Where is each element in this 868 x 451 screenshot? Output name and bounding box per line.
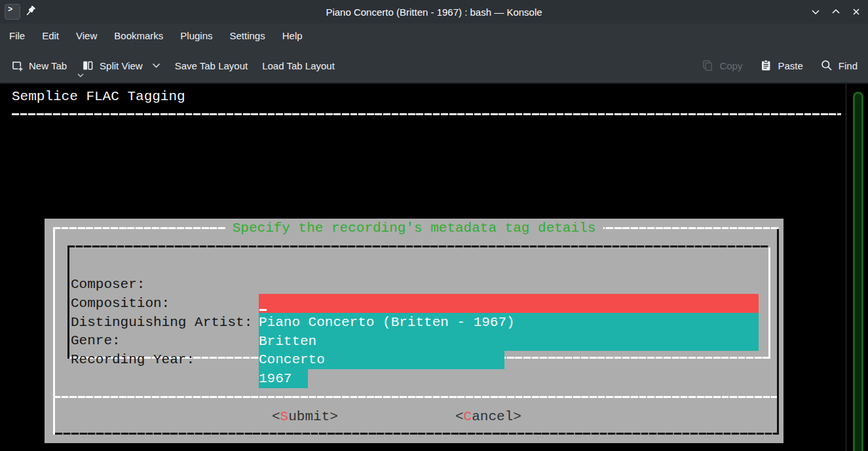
pin-icon[interactable] [25,5,37,18]
window-title: Piano Concerto (Britten - 1967) : bash —… [0,7,868,18]
toolbar: New Tab Split View Save Tab Layout Load … [0,48,868,84]
form-box-border-top [67,245,768,247]
terminal-view[interactable]: Semplice FLAC Tagging Specify the record… [0,84,868,451]
form-row-genre: Genre: Concerto [45,312,111,331]
load-tab-layout-label: Load Tab Layout [262,60,335,71]
paste-icon [759,59,772,72]
konsole-window: > Piano Concerto (Britten - 1967) : bash… [0,0,868,451]
cancel-button[interactable]: <Cancel> [455,407,521,426]
split-view-icon [81,59,94,72]
chevron-down-icon [152,63,160,69]
recording-year-field[interactable]: 1967 [259,369,308,388]
submit-hotkey: S [280,409,289,424]
split-view-button[interactable]: Split View [81,59,160,72]
submit-button[interactable]: <Submit> [272,407,338,426]
konsole-app-icon[interactable]: > [5,4,20,20]
metadata-form-dialog: Specify the recording's metadata tag det… [45,219,783,443]
search-icon [820,59,833,72]
copy-label: Copy [719,60,742,71]
paste-button[interactable]: Paste [759,59,802,72]
composition-field[interactable]: Piano Concerto (Britten - 1967) [259,313,759,332]
button-separator-line [53,396,777,398]
scrollbar-thumb[interactable] [853,92,863,451]
new-tab-icon [10,59,24,72]
save-tab-layout-label: Save Tab Layout [175,60,248,71]
dialog-title: Specify the recording's metadata tag det… [225,219,603,238]
distinguishing-artist-field[interactable]: Britten [259,332,759,351]
menubar: File Edit View Bookmarks Plugins Setting… [0,24,868,48]
menu-edit[interactable]: Edit [42,24,59,48]
titlebar: > Piano Concerto (Britten - 1967) : bash… [0,0,868,24]
form-row-distinguishing-artist: Distinguishing Artist: Britten [45,294,111,313]
load-tab-layout-button[interactable]: Load Tab Layout [262,60,335,71]
terminal-heading: Semplice FLAC Tagging [12,87,185,106]
new-tab-label: New Tab [29,60,67,71]
text-cursor [259,309,267,311]
close-button[interactable] [851,7,861,17]
copy-button[interactable]: Copy [701,59,742,72]
menu-settings[interactable]: Settings [230,24,265,48]
form-row-composer: Composer: [45,256,111,275]
split-view-label: Split View [100,60,143,71]
cancel-hotkey: C [464,409,472,424]
menu-bookmarks[interactable]: Bookmarks [114,24,163,48]
copy-icon [701,59,714,72]
new-tab-button[interactable]: New Tab [10,59,67,72]
form-row-composition: Composition: Piano Concerto (Britten - 1… [45,275,111,294]
scrollbar-track-divider [846,84,846,451]
recording-year-label: Recording Year: [71,350,195,369]
composer-field[interactable] [259,294,759,313]
paste-label: Paste [778,60,802,71]
menu-view[interactable]: View [76,24,97,48]
menu-plugins[interactable]: Plugins [180,24,212,48]
genre-field[interactable]: Concerto [259,350,504,369]
save-tab-layout-button[interactable]: Save Tab Layout [175,60,248,71]
form-row-recording-year: Recording Year: 1967 [45,331,111,350]
minimize-button[interactable] [810,7,821,17]
find-label: Find [839,60,858,71]
heading-underline [12,113,841,115]
dialog-border-right [777,229,779,435]
menu-help[interactable]: Help [282,24,303,48]
menu-file[interactable]: File [9,24,25,48]
dialog-border-bottom [55,433,779,435]
maximize-button[interactable] [831,7,841,17]
find-button[interactable]: Find [820,59,858,72]
form-box-border-right [768,247,770,359]
new-tab-caret-icon [77,73,84,78]
